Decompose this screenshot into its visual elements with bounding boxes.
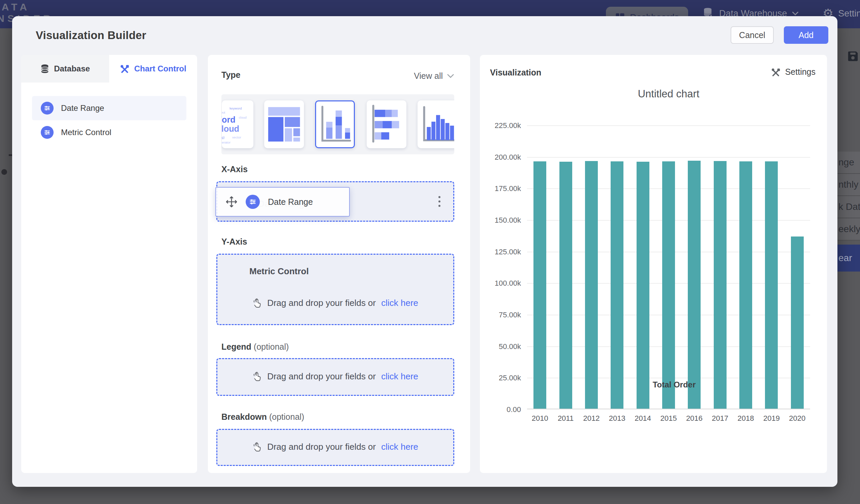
chart-type-stacked-column[interactable]: [315, 100, 355, 148]
cancel-button[interactable]: Cancel: [731, 26, 774, 44]
y-tick-label: 0.00: [470, 405, 521, 414]
drag-drop-text: Drag and drop your fields or: [267, 298, 376, 308]
visualization-builder-modal: Visualization Builder Cancel Add Databas…: [12, 16, 837, 487]
svg-text:layout: layout: [222, 111, 226, 114]
bar-2016: [688, 161, 701, 409]
sliders-icon: [41, 126, 54, 139]
legend-dropzone[interactable]: Drag and drop your fields or click here: [216, 358, 454, 396]
x-axis-dropzone[interactable]: Date Range Date: [216, 181, 454, 222]
legend-heading-label: Legend: [221, 342, 252, 351]
y-tick-label: 50.00k: [470, 342, 521, 351]
chart-legend: Total Order: [527, 380, 810, 389]
settings-button[interactable]: Settings: [771, 67, 816, 77]
chart-type-column[interactable]: [417, 100, 454, 148]
fields-panel-tabs: Database Chart Control: [21, 55, 197, 83]
x-tick-label: 2018: [733, 414, 759, 423]
fields-panel: Database Chart Control: [21, 55, 197, 473]
x-tick-label: 2010: [527, 414, 553, 423]
tap-icon: [253, 372, 262, 382]
more-options-icon[interactable]: [436, 194, 443, 209]
save-icon[interactable]: [847, 50, 859, 63]
chart-title: Untitled chart: [527, 88, 810, 100]
gridline: [527, 125, 810, 126]
legend-series-label: Total Order: [653, 380, 696, 389]
field-item-label: Date Range: [61, 103, 104, 113]
tab-chart-control-label: Chart Control: [134, 64, 186, 73]
breakdown-heading: Breakdown (optional): [221, 412, 304, 422]
svg-text:keyword: keyword: [229, 106, 242, 110]
svg-text:Word: Word: [222, 115, 235, 124]
settings-label: Settings: [785, 67, 816, 77]
y-tick-label: 150.00k: [470, 216, 521, 225]
dragged-field-date-range[interactable]: Date Range: [215, 187, 350, 217]
breakdown-dropzone[interactable]: Drag and drop your fields or click here: [216, 429, 454, 466]
svg-text:(tag): (tag): [222, 135, 225, 139]
gridline: [527, 157, 810, 158]
field-item-date-range[interactable]: Date Range: [32, 96, 186, 120]
legend-optional-label: (optional): [254, 342, 289, 351]
y-axis-heading: Y-Axis: [221, 237, 247, 247]
bar-chart-plot: 0.0025.00k50.00k75.00k100.00k125.00k150.…: [527, 125, 810, 409]
bar-2019: [765, 161, 778, 409]
svg-text:cloud: cloud: [239, 116, 246, 119]
field-item-metric-control[interactable]: Metric Control: [32, 120, 186, 145]
move-icon: [226, 196, 238, 208]
y-tick-label: 25.00k: [470, 374, 521, 383]
builder-panel: Type View all keyword layout Word cloud …: [208, 55, 470, 473]
tools-icon: [771, 67, 780, 77]
nav-settings-label: Settings: [838, 9, 860, 19]
bar-2012: [585, 161, 598, 409]
y-tick-label: 225.00k: [470, 121, 521, 130]
view-all-label: View all: [414, 71, 443, 81]
bar-2010: [533, 161, 546, 409]
field-item-label: Metric Control: [61, 128, 111, 137]
x-tick-label: 2016: [681, 414, 707, 423]
tab-chart-control[interactable]: Chart Control: [109, 55, 197, 83]
tap-icon: [253, 298, 262, 308]
legend-heading: Legend (optional): [221, 342, 289, 352]
tab-database[interactable]: Database: [21, 55, 109, 83]
legend-marker: [642, 381, 647, 388]
svg-text:vector: vector: [232, 135, 241, 139]
background-bullet-fragment: [1, 169, 7, 175]
x-tick-label: 2015: [656, 414, 682, 423]
drag-drop-text: Drag and drop your fields or: [267, 442, 376, 452]
x-tick-label: 2017: [707, 414, 733, 423]
chart-type-word-cloud[interactable]: keyword layout Word cloud Cloud (tag) ve…: [222, 100, 254, 148]
y-tick-label: 175.00k: [470, 184, 521, 193]
chevron-down-icon: [447, 73, 454, 78]
chart-type-stacked-bar[interactable]: [367, 100, 406, 148]
x-tick-label: 2011: [553, 414, 579, 423]
y-axis-dropzone[interactable]: Metric Control Drag and drop your fields…: [216, 254, 454, 325]
y-tick-label: 125.00k: [470, 248, 521, 256]
x-tick-label: 2012: [578, 414, 605, 423]
x-tick-label: 2014: [630, 414, 656, 423]
chevron-down-icon: [792, 11, 799, 16]
drag-drop-text: Drag and drop your fields or: [267, 371, 376, 382]
view-all-dropdown[interactable]: View all: [414, 71, 454, 81]
chart-type-strip: keyword layout Word cloud Cloud (tag) ve…: [221, 94, 454, 154]
type-heading: Type: [221, 70, 241, 80]
chart-type-treemap[interactable]: [264, 100, 304, 148]
bar-2018: [739, 161, 752, 409]
click-here-link[interactable]: click here: [381, 442, 418, 452]
bar-2011: [559, 162, 572, 409]
x-tick-label: 2013: [604, 414, 630, 423]
click-here-link[interactable]: click here: [381, 371, 418, 382]
x-axis-heading: X-Axis: [221, 164, 248, 174]
modal-title: Visualization Builder: [36, 29, 146, 42]
screen: DATA INSIDER Dashboards: [0, 0, 860, 504]
bar-2017: [714, 161, 727, 409]
visualization-heading: Visualization: [490, 68, 541, 77]
y-tick-label: 200.00k: [470, 153, 521, 162]
bar-2015: [662, 161, 675, 409]
sliders-icon: [246, 195, 260, 209]
click-here-link[interactable]: click here: [381, 298, 418, 308]
y-axis-group-label: Metric Control: [249, 266, 309, 277]
tap-icon: [253, 442, 262, 452]
add-button[interactable]: Add: [784, 26, 828, 44]
database-icon: [40, 64, 49, 73]
visualization-panel: Visualization Settings Untitled chart 0.…: [480, 55, 827, 473]
y-tick-label: 75.00k: [470, 311, 521, 319]
breakdown-optional-label: (optional): [269, 412, 304, 421]
